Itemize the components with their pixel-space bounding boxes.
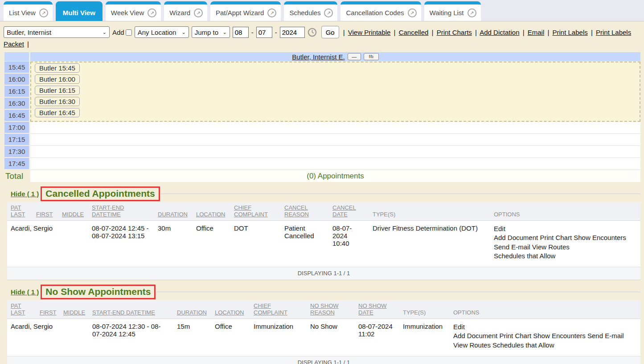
option-links[interactable]: Add Document Print Chart Show Encounters… [453, 331, 637, 340]
time-slot-label[interactable]: 17:45 [4, 158, 29, 169]
tab-pat-appt-wizard[interactable]: Pat/Appt Wizard ↗ [210, 1, 281, 21]
provider-name-link[interactable]: Butler, Internist E. [292, 53, 345, 61]
external-link-icon[interactable]: ↗ [324, 8, 333, 17]
sort-pat-last[interactable]: PAT LAST [11, 204, 25, 218]
tab-label: Pat/Appt Wizard [216, 9, 264, 17]
date-year-field[interactable] [280, 27, 305, 38]
external-link-icon[interactable]: ↗ [39, 8, 48, 17]
time-slot-label[interactable]: 15:45 [4, 62, 29, 73]
sort-middle[interactable]: MIDDLE [63, 309, 85, 316]
sort-no-show-date[interactable]: NO SHOW DATE [358, 302, 387, 316]
chief-complaint: Immunization [250, 319, 307, 356]
print-labels-link[interactable]: Print Labels [553, 29, 588, 36]
sort-start-end[interactable]: START-END DATETIME [92, 204, 124, 218]
time-slot-label[interactable]: 16:45 [4, 110, 29, 121]
sort-chief-complaint[interactable]: CHIEF COMPLAINT [254, 302, 287, 316]
sort-first[interactable]: FIRST [40, 309, 57, 316]
go-button[interactable]: Go [321, 26, 339, 38]
clock-icon[interactable] [308, 28, 317, 37]
jump-to-select-value: Jump to [195, 29, 218, 36]
column-types: TYPE(S) [373, 211, 395, 218]
link-separator: | [26, 40, 30, 48]
add-dictation-link[interactable]: Add Dictation [480, 29, 519, 36]
provider-select-value: Butler, Internist [7, 29, 51, 36]
cancelled-appointments-table: PAT LAST FIRST MIDDLE START-END DATETIME… [7, 202, 640, 280]
annotation-box-no-show: No Show Appointments [41, 285, 156, 299]
option-links[interactable]: Edit [494, 224, 637, 233]
option-links[interactable]: Edit [453, 323, 637, 331]
external-link-icon[interactable]: ↗ [468, 8, 476, 17]
sort-first[interactable]: FIRST [36, 211, 53, 218]
sort-pat-last[interactable]: PAT LAST [11, 302, 25, 316]
email-link[interactable]: Email [528, 29, 545, 36]
option-links[interactable]: View Routes Schedules that Allow [453, 341, 637, 350]
time-slot-label[interactable]: 17:30 [4, 146, 29, 157]
sort-no-show-reason[interactable]: NO SHOW REASON [310, 302, 339, 316]
print-labels-packet-link[interactable]: Print Labels [596, 29, 631, 36]
tab-list-view[interactable]: List View ↗ [4, 1, 53, 21]
open-slot-button[interactable]: Butler 16:30 [35, 97, 80, 106]
time-slot-label[interactable]: 16:15 [4, 86, 29, 97]
sort-middle[interactable]: MIDDLE [62, 211, 84, 218]
provider-select[interactable]: Butler, Internist ⌄ [4, 26, 110, 38]
external-link-icon[interactable]: ↗ [408, 8, 417, 17]
link-separator: | [590, 29, 594, 36]
collapse-column-button[interactable]: — [348, 53, 361, 60]
date-month-field[interactable] [233, 27, 249, 38]
empty-schedule-row[interactable] [30, 158, 640, 170]
empty-schedule-row[interactable] [30, 146, 640, 158]
sort-location[interactable]: LOCATION [196, 211, 226, 218]
open-slot-button[interactable]: Butler 16:15 [35, 86, 80, 95]
external-link-icon[interactable]: ↗ [194, 8, 203, 17]
sort-cancel-reason[interactable]: CANCEL REASON [284, 204, 309, 218]
sort-cancel-date[interactable]: CANCEL DATE [332, 204, 356, 218]
chevron-down-icon: ⌄ [103, 29, 107, 35]
empty-schedule-row[interactable] [30, 134, 640, 146]
time-slot-label[interactable]: 16:00 [4, 74, 29, 85]
tab-multi-view[interactable]: Multi View [56, 1, 103, 21]
fb-button[interactable]: f/b [364, 53, 379, 60]
sort-duration[interactable]: DURATION [158, 211, 188, 218]
sort-location[interactable]: LOCATION [215, 309, 244, 316]
no-show-appointments-section: Hide ( 1 ) No Show Appointments PAT LAST… [7, 283, 640, 364]
date-day-field[interactable] [256, 27, 272, 38]
options-cell: Edit Add Document Print Chart Show Encou… [490, 221, 640, 267]
external-link-icon[interactable]: ↗ [148, 8, 156, 17]
time-slot-label[interactable]: 16:30 [4, 98, 29, 109]
print-labels-packet-link-wrap[interactable]: Packet [4, 40, 24, 48]
sort-duration[interactable]: DURATION [177, 309, 207, 316]
cancelled-appointments-section: Hide ( 1 ) Cancelled Appointments PAT LA… [7, 185, 640, 280]
time-slot-label[interactable]: 17:15 [4, 134, 29, 145]
sort-chief-complaint[interactable]: CHIEF COMPLAINT [234, 204, 268, 218]
tab-waiting-list[interactable]: Waiting List ↗ [424, 1, 481, 21]
option-links[interactable]: Add Document Print Chart Show Encounters [494, 233, 637, 242]
hide-no-show-link[interactable]: Hide ( 1 ) [11, 288, 39, 296]
view-printable-link[interactable]: View Printable [348, 29, 391, 36]
time-column-header [4, 52, 29, 61]
option-links[interactable]: Schedules that Allow [494, 252, 637, 261]
add-checkbox[interactable] [126, 29, 132, 36]
tab-schedules[interactable]: Schedules ↗ [284, 1, 337, 21]
tab-week-view[interactable]: Week View ↗ [106, 1, 161, 21]
option-links[interactable]: Send E-mail View Routes [494, 243, 637, 252]
location-select[interactable]: Any Location ⌄ [135, 26, 189, 38]
hide-cancelled-link[interactable]: Hide ( 1 ) [11, 190, 39, 198]
sort-start-end[interactable]: START-END DATETIME [92, 309, 155, 316]
cancel-reason: Patient Cancelled [281, 221, 329, 267]
chevron-down-icon: ⌄ [181, 29, 185, 35]
cancelled-link[interactable]: Cancelled [399, 29, 429, 36]
time-slot-label[interactable]: 17:00 [4, 122, 29, 133]
link-separator: | [431, 29, 435, 36]
external-link-icon[interactable]: ↗ [267, 8, 276, 17]
open-slot-button[interactable]: Butler 16:00 [35, 74, 80, 84]
tab-cancellation-codes[interactable]: Cancellation Codes ↗ [340, 1, 421, 21]
open-slot-button[interactable]: Butler 15:45 [35, 63, 80, 73]
tab-wizard[interactable]: Wizard ↗ [164, 1, 207, 21]
print-charts-link[interactable]: Print Charts [437, 29, 472, 36]
patient-name[interactable]: Acardi, Sergio [7, 319, 36, 356]
patient-name[interactable]: Acardi, Sergio [7, 221, 33, 267]
displaying-count: DISPLAYING 1-1 / 1 [7, 267, 640, 280]
jump-to-select[interactable]: Jump to ⌄ [192, 26, 230, 38]
open-slot-button[interactable]: Butler 16:45 [35, 108, 80, 117]
empty-schedule-row[interactable] [30, 122, 640, 134]
